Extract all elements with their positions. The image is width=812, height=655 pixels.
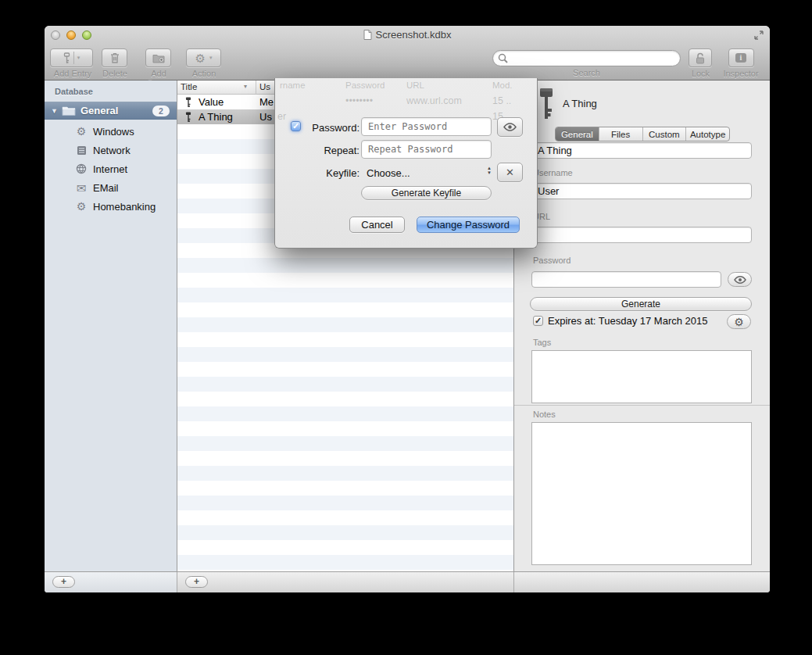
generate-keyfile-button[interactable]: Generate Keyfile	[361, 186, 492, 200]
sidebar-footer: +	[45, 572, 177, 592]
inspector-tabs: General Files Custom Autotype	[555, 127, 730, 141]
add-group-button[interactable]	[145, 48, 171, 67]
password-field[interactable]	[531, 271, 721, 288]
tab-files[interactable]: Files	[599, 127, 643, 141]
add-entry-footer-button[interactable]: +	[185, 576, 208, 588]
tab-general[interactable]: General	[556, 127, 599, 141]
envelope-icon: ✉	[75, 182, 88, 194]
clear-keyfile-button[interactable]: ✕	[497, 163, 523, 182]
ghost-username-value: er	[277, 111, 286, 122]
key-icon	[185, 112, 191, 123]
column-divider[interactable]	[256, 81, 256, 95]
bottom-bar: + +	[45, 571, 770, 592]
expires-text: Expires at: Tuesday 17 March 2015	[548, 315, 708, 327]
sidebar-item-label: Windows	[93, 126, 134, 138]
tags-input[interactable]	[531, 350, 752, 403]
delete-label: Delete	[102, 69, 128, 78]
app-window: Screenshot.kdbx ▾ Add Entry Delete	[45, 26, 770, 592]
url-field[interactable]	[531, 227, 752, 243]
inspector-entry-title: A Thing	[563, 98, 597, 109]
expires-checkbox[interactable]: ✓	[533, 316, 543, 326]
server-icon	[75, 145, 88, 156]
search-area: Search	[492, 50, 681, 77]
password-label: Password	[533, 256, 571, 265]
sheet-repeat-input[interactable]	[361, 140, 492, 159]
toolbar: ▾ Add Entry Delete Add Group ⚙ ▾	[45, 44, 770, 81]
folder-plus-icon	[152, 53, 165, 63]
add-entry-button[interactable]: ▾	[50, 48, 93, 67]
sidebar-item-label: Internet	[93, 163, 127, 175]
notes-label: Notes	[533, 410, 556, 419]
chevron-down-icon[interactable]: ▾	[77, 55, 80, 61]
window-title: Screenshot.kdbx	[45, 29, 770, 41]
sidebar-item-homebanking[interactable]: ⚙ Homebanking	[45, 197, 177, 216]
sidebar-item-network[interactable]: Network	[45, 141, 177, 159]
generate-password-button[interactable]: Generate	[530, 297, 752, 311]
fullscreen-icon[interactable]	[753, 30, 764, 41]
column-header-username[interactable]: Us	[259, 82, 270, 91]
ghost-url-value: www.url.com	[406, 95, 462, 106]
eye-icon	[503, 123, 517, 131]
disclosure-triangle-icon[interactable]: ▼	[51, 107, 60, 115]
sidebar-item-email[interactable]: ✉ EMail	[45, 178, 177, 197]
divider	[514, 405, 770, 406]
sheet-password-input[interactable]	[361, 117, 492, 136]
sidebar-item-internet[interactable]: Internet	[45, 159, 177, 178]
expires-settings-button[interactable]: ⚙	[727, 314, 751, 329]
list-footer: +	[177, 572, 514, 592]
search-label: Search	[492, 68, 681, 77]
folder-icon	[62, 106, 76, 116]
gear-icon: ⚙	[75, 126, 88, 137]
inspector-footer	[514, 572, 770, 592]
split-divider	[73, 52, 74, 64]
username-field[interactable]	[531, 183, 752, 199]
titlebar[interactable]: Screenshot.kdbx	[45, 26, 770, 44]
delete-button[interactable]	[102, 48, 127, 67]
window-chrome: Screenshot.kdbx ▾ Add Entry Delete	[45, 26, 770, 81]
sheet-password-label: Password:	[291, 122, 359, 134]
column-header-title[interactable]: Title	[181, 82, 197, 91]
tab-autotype[interactable]: Autotype	[686, 127, 729, 141]
search-input[interactable]	[492, 50, 681, 66]
keyfile-popup[interactable]: Choose...	[367, 167, 410, 179]
sidebar-group-label: General	[80, 105, 152, 116]
entry-username: Me	[259, 96, 274, 108]
sidebar-section-header: Database	[55, 87, 93, 96]
notes-input[interactable]	[531, 422, 752, 565]
cancel-button[interactable]: Cancel	[349, 217, 405, 233]
entry-title: Value	[199, 96, 259, 108]
ghost-modified-value: 15 ..	[492, 95, 511, 106]
entry-title: A Thing	[199, 111, 259, 123]
gear-icon: ⚙	[734, 317, 744, 328]
sheet-repeat-label: Repeat:	[291, 145, 359, 156]
action-button[interactable]: ⚙ ▾	[186, 48, 221, 67]
trash-icon	[110, 52, 120, 63]
sidebar-item-windows[interactable]: ⚙ Windows	[45, 122, 177, 141]
username-label: Username	[533, 168, 573, 177]
key-icon	[185, 97, 191, 108]
title-field[interactable]	[531, 142, 752, 159]
group-count-badge: 2	[152, 106, 170, 116]
reveal-password-button[interactable]	[728, 272, 752, 287]
sidebar-item-label: EMail	[93, 182, 119, 194]
sidebar-item-label: Homebanking	[93, 201, 156, 213]
inspector-panel: A Thing General Files Custom Autotype Us…	[514, 81, 770, 571]
change-password-button[interactable]: Change Password	[417, 217, 520, 233]
tab-custom[interactable]: Custom	[643, 127, 687, 141]
chevron-down-icon: ▾	[209, 55, 213, 61]
ghost-modified-header: Mod.	[492, 81, 513, 90]
ghost-url-header: URL	[406, 81, 424, 90]
key-icon	[63, 52, 70, 64]
sort-indicator-icon: ▾	[244, 83, 247, 90]
close-icon: ✕	[506, 166, 514, 178]
info-icon: i	[735, 53, 746, 63]
popup-stepper-icon[interactable]: ▲ ▼	[487, 166, 492, 175]
lock-button[interactable]	[689, 48, 712, 67]
inspector-button[interactable]: i	[728, 48, 754, 67]
sidebar-group-general[interactable]: ▼ General 2	[45, 102, 177, 120]
sheet-keyfile-label: Keyfile:	[291, 167, 359, 179]
sidebar-item-label: Network	[93, 145, 131, 156]
add-group-footer-button[interactable]: +	[52, 576, 75, 588]
sheet-reveal-password-button[interactable]	[497, 117, 523, 137]
inspector-label: Inspector	[721, 69, 760, 78]
